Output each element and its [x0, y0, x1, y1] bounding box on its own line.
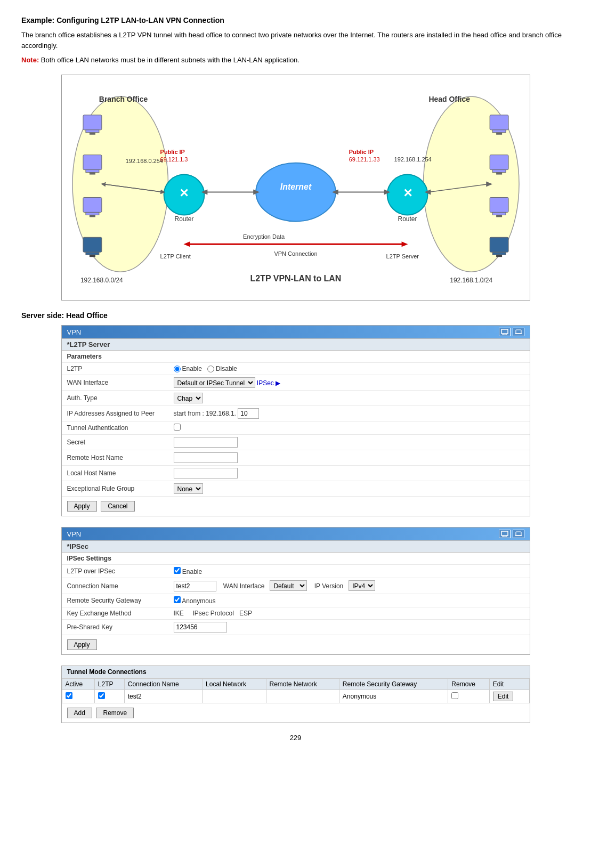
ipsec-protocol-label: IPsec Protocol [193, 610, 234, 617]
cell-local-net [203, 690, 266, 703]
vpn-diagram: Branch Office Head Office 192.168.0.25 [67, 80, 524, 293]
l2tp-value[interactable]: Enable Disable [168, 363, 530, 375]
enable-label[interactable]: Enable [174, 365, 202, 372]
l2tp-ipsec-checkbox[interactable] [174, 567, 181, 574]
cell-edit[interactable]: Edit [489, 690, 529, 703]
preshared-key-value[interactable] [168, 620, 530, 635]
l2tp-server-section: *L2TP Server [62, 338, 530, 351]
svg-rect-22 [496, 173, 502, 175]
remote-host-row: Remote Host Name [62, 450, 530, 466]
tunnel-auth-value[interactable] [168, 421, 530, 435]
wan-interface-select[interactable]: Default or IPSec Tunnel [174, 377, 255, 388]
ip-version-label: IP Version [314, 582, 343, 590]
conn-name-value[interactable]: WAN Interface Default IP Version IPv4 [168, 578, 530, 594]
apply-button-2[interactable]: Apply [67, 639, 97, 650]
vpn-panel-header-2: VPN [62, 528, 530, 540]
enable-radio[interactable] [174, 366, 181, 372]
col-conn-name: Connection Name [124, 679, 202, 690]
svg-text:Public IP: Public IP [160, 149, 184, 155]
svg-text:Encryption Data: Encryption Data [243, 233, 285, 240]
cell-remote-gw: Anonymous [339, 690, 448, 703]
conn-name-label: Connection Name [62, 578, 168, 594]
svg-rect-70 [501, 531, 508, 536]
note-text: Both office LAN networks must be in diff… [41, 56, 299, 64]
description: The branch office establishes a L2TP VPN… [21, 30, 570, 51]
wan-iface-select-2[interactable]: Default [270, 580, 307, 591]
ipsec-btn-row: Apply [62, 635, 530, 654]
tunnel-auth-row: Tunnel Authentication [62, 421, 530, 435]
preshared-key-row: Pre-Shared Key [62, 620, 530, 635]
edit-button[interactable]: Edit [493, 692, 514, 701]
anonymous-text: Anonymous [182, 597, 215, 605]
l2tp-ipsec-row: L2TP over IPSec Enable [62, 565, 530, 578]
secret-value[interactable] [168, 435, 530, 450]
svg-rect-74 [516, 532, 521, 536]
preshared-key-input[interactable] [174, 622, 227, 632]
local-host-value[interactable] [168, 466, 530, 481]
preshared-key-label: Pre-Shared Key [62, 620, 168, 635]
conn-name-row: Connection Name WAN Interface Default IP… [62, 578, 530, 594]
remove-check[interactable] [451, 692, 458, 699]
params-header-row: Parameters [62, 351, 530, 363]
panel-icon-monitor [499, 328, 511, 336]
ipsec-settings-label: IPSec Settings [62, 553, 530, 565]
ipsec-link[interactable]: IPSec ▶ [257, 379, 280, 387]
disable-radio[interactable] [207, 366, 214, 372]
wan-interface-value[interactable]: Default or IPSec Tunnel IPSec ▶ [168, 375, 530, 391]
add-button[interactable]: Add [67, 708, 92, 718]
exception-select[interactable]: None [174, 483, 203, 494]
anonymous-checkbox[interactable] [174, 596, 181, 603]
remote-host-value[interactable] [168, 450, 530, 466]
server-side-title: Server side: Head Office [21, 311, 570, 320]
col-remote-gw: Remote Security Gateway [339, 679, 448, 690]
remove-button[interactable]: Remove [96, 708, 134, 718]
ip-assign-value[interactable]: start from : 192.168.1. [168, 406, 530, 421]
auth-type-select[interactable]: Chap [174, 393, 203, 403]
ip-start-input[interactable] [238, 408, 259, 419]
remote-gw-value[interactable]: Anonymous [168, 594, 530, 607]
svg-rect-23 [490, 197, 508, 212]
cell-remove[interactable] [448, 690, 489, 703]
local-host-input[interactable] [174, 468, 238, 478]
apply-button-1[interactable]: Apply [67, 501, 97, 512]
conn-name-input[interactable] [174, 581, 216, 591]
l2tp-row: L2TP Enable Disable [62, 363, 530, 375]
params-label: Parameters [62, 351, 530, 363]
svg-rect-27 [492, 252, 506, 255]
svg-point-38 [256, 163, 336, 222]
svg-rect-6 [85, 130, 99, 133]
svg-text:L2TP Server: L2TP Server [386, 253, 419, 259]
key-exchange-label: Key Exchange Method [62, 607, 168, 620]
exception-value[interactable]: None [168, 481, 530, 497]
note: Note: Both office LAN networks must be i… [21, 56, 570, 64]
active-check[interactable] [66, 692, 72, 699]
vpn-panel-l2tp: VPN *L2TP Server Parameters L2TP Enable [61, 325, 530, 516]
auth-type-value[interactable]: Chap [168, 391, 530, 406]
remote-gw-row: Remote Security Gateway Anonymous [62, 594, 530, 607]
svg-text:69.121.1.3: 69.121.1.3 [160, 156, 188, 163]
tunnel-data-row: test2 Anonymous Edit [62, 690, 529, 703]
panel-icons-2 [499, 530, 524, 538]
l2tp-check[interactable] [98, 692, 105, 699]
remote-host-label: Remote Host Name [62, 450, 168, 466]
ip-version-select[interactable]: IPv4 [349, 580, 375, 591]
svg-rect-9 [85, 170, 99, 173]
enable-text: Enable [182, 568, 202, 575]
col-local-net: Local Network [203, 679, 266, 690]
l2tp-radio-group[interactable]: Enable Disable [174, 365, 524, 372]
svg-rect-21 [492, 170, 506, 173]
cancel-button-1[interactable]: Cancel [101, 501, 134, 512]
tunnel-auth-checkbox[interactable] [174, 424, 181, 431]
disable-label[interactable]: Disable [207, 365, 237, 372]
secret-input[interactable] [174, 437, 238, 448]
tunnel-section-bar: Tunnel Mode Connections [62, 666, 530, 678]
local-host-row: Local Host Name [62, 466, 530, 481]
svg-rect-17 [490, 115, 508, 130]
svg-text:Router: Router [398, 215, 417, 223]
l2tp-ipsec-value[interactable]: Enable [168, 565, 530, 578]
svg-text:Internet: Internet [280, 182, 311, 191]
remote-host-input[interactable] [174, 452, 238, 463]
svg-rect-26 [490, 237, 508, 252]
wan-interface-row: WAN Interface Default or IPSec Tunnel IP… [62, 375, 530, 391]
svg-rect-28 [496, 255, 502, 257]
